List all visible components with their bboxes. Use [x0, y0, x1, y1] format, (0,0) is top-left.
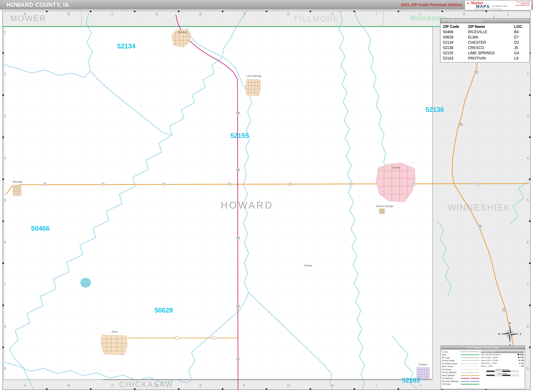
highway-shield: 63: [236, 304, 240, 308]
legend-road-label: Primary Streets: [442, 359, 460, 362]
legend-city-sample: City: [520, 359, 524, 361]
city-area-riceville: [13, 185, 21, 196]
highway-shield: 9: [349, 183, 352, 186]
svg-text:9: 9: [350, 183, 352, 185]
svg-text:9: 9: [414, 182, 415, 185]
zip-index-cell: RICEVILLE: [466, 29, 512, 35]
legend-city-item: Cities 1 - 4,999City: [481, 364, 524, 367]
legend-road-item: US Highways: [442, 377, 479, 380]
highway-shield: 9: [43, 183, 47, 186]
zip-index-cell: PROTIVIN: [466, 56, 512, 61]
zip-index-panel: ZIP Code Index/Grid Locator ZIP CodeZIP …: [440, 18, 530, 62]
svg-text:9: 9: [229, 183, 230, 185]
legend-road-swatch: [461, 363, 479, 364]
legend-road-label: Interstate Highways: [442, 380, 460, 382]
scale-mi-label: Scale in Miles: [481, 373, 524, 374]
zip-index-cell: J5: [512, 45, 529, 50]
svg-text:63: 63: [237, 305, 239, 307]
zip-index-cell: B4: [512, 29, 529, 35]
zip-index-row: 52163PROTIVINL9: [441, 56, 529, 61]
svg-text:9: 9: [102, 183, 104, 185]
highway-shield: 63: [236, 112, 240, 115]
legend-road-swatch: [461, 366, 479, 367]
legend-title: 2021 Howard County, IA Map: [441, 346, 525, 350]
zip-index-cell: D2: [512, 40, 529, 45]
compass-logo-icon: ✦: [466, 1, 470, 5]
svg-text:52: 52: [503, 309, 505, 311]
compass-e-label: E: [520, 333, 521, 335]
logo-subtitle: America's Leading Source of Business Map…: [465, 8, 510, 10]
town-label-schley: Schley: [304, 264, 312, 267]
city-dot-icon: [520, 366, 520, 366]
legend-city-list: Cities 100,000 and AboveCityCities 50,00…: [481, 353, 524, 367]
zip-index-title: ZIP Code Index/Grid Locator: [441, 19, 529, 23]
legend-road-label: Minor Streets: [442, 365, 460, 368]
legend-road-item: State: [442, 353, 479, 356]
legend-road-item: Primary Streets: [442, 359, 479, 362]
legend-road-label: US Highways: [442, 377, 460, 379]
legend-city-item: Cities 50,000 - 99,999City: [481, 356, 524, 359]
highway-shield: [175, 336, 179, 340]
legend-city-item: Cities 5,000 - 24,999City: [481, 362, 524, 364]
zip-index-cell: LIME SPRINGS: [466, 50, 512, 56]
legend-road-swatch: [461, 377, 479, 379]
legend-city-label: Cities 5,000 - 24,999: [481, 362, 519, 364]
svg-text:63: 63: [237, 237, 239, 239]
zip-index-cell: L9: [512, 56, 529, 61]
highway-shield: 9: [101, 183, 105, 186]
zip-index-cell: 50628: [441, 35, 466, 40]
neighbor-label-chickasaw: CHICKASAW: [119, 380, 173, 389]
legend-body: CountyStateZIP CodePrimary StreetsSecond…: [441, 350, 525, 386]
svg-text:9: 9: [290, 183, 291, 185]
highway-marker-icon: [469, 372, 471, 373]
town-label-chester: Chester: [178, 31, 187, 33]
zip-index-row: 52155LIME SPRINGSG4: [441, 50, 529, 56]
city-area-vernon-springs: [379, 209, 385, 214]
legend-city-sample: City: [520, 353, 524, 356]
scale-km-label: Scale in Kilometers: [481, 369, 524, 370]
highway-shield: 63: [236, 357, 240, 361]
highway-shield: 52: [502, 308, 505, 312]
legend-road-item: ZIP Code: [442, 356, 479, 359]
edition-label: 2021 ZIP Code Premium Edition: [401, 0, 462, 10]
highway-shield: 9: [476, 182, 479, 186]
logo-contact-block: CALL US TOLL FREE1-888-434-6277www.marke…: [515, 1, 530, 6]
legend-panel: 2021 Howard County, IA Map CountyStateZI…: [441, 345, 525, 389]
svg-text:63: 63: [237, 112, 239, 114]
highway-shield: 63: [236, 168, 240, 172]
legend-road-label: ZIP Code: [442, 357, 460, 359]
legend-city-sample: City: [521, 365, 524, 367]
highway-marker-icon: [469, 377, 471, 379]
legend-road-label: County: [442, 351, 460, 353]
legend-road-label: Secondary Streets: [442, 363, 460, 365]
legend-road-label: Exit Ramps: [442, 369, 460, 371]
scale-block: Scale in Kilometers Scale in Miles: [481, 369, 524, 376]
legend-road-label: State Highways: [442, 374, 460, 377]
legend-city-item: Cities 100,000 and AboveCity: [481, 353, 524, 356]
town-label-elma: Elma: [112, 330, 118, 333]
highway-shield: 52: [478, 225, 482, 229]
legend-city-label: Cities 1 - 4,999: [481, 365, 520, 367]
highway-shield: 63: [236, 236, 240, 240]
highway-marker-icon: [469, 374, 471, 376]
legend-road-swatch: [461, 374, 479, 376]
compass-n-label: N: [509, 322, 511, 324]
compass-star-icon: [501, 325, 519, 343]
city-dot-icon: [519, 360, 520, 361]
town-label-protivin: Protivin: [419, 363, 427, 366]
logo-contact-line: CALL US TOLL FREE: [515, 1, 530, 3]
legend-road-list: CountyStateZIP CodePrimary StreetsSecond…: [442, 350, 479, 386]
svg-text:9: 9: [163, 183, 164, 185]
zip-index-header-row: ZIP CodeZIP NameLOC: [441, 24, 529, 29]
page-title: HOWARD COUNTY, IA: [6, 0, 69, 10]
zip-code-label-50628: 50628: [154, 307, 173, 314]
zip-index-row: 50466RICEVILLEB4: [441, 29, 529, 35]
legend-city-label: Cities 100,000 and Above: [481, 354, 518, 355]
legend-road-swatch: [461, 369, 479, 370]
legend-city-label: Cities 25,000 - 49,999: [481, 359, 519, 361]
legend-road-item: Toll Roads: [442, 383, 479, 386]
legend-road-item: Minor Streets: [442, 365, 479, 368]
highway-shield: 52: [459, 123, 463, 126]
svg-text:52: 52: [479, 225, 481, 228]
svg-text:9: 9: [44, 183, 46, 185]
